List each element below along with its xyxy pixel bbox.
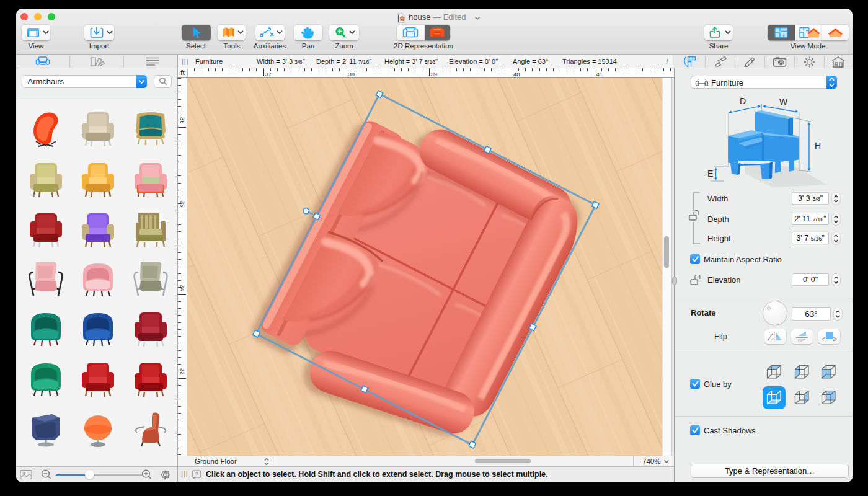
svg-text:E: E [707, 169, 713, 179]
svg-text:?: ? [195, 471, 198, 477]
svg-text:37: 37 [265, 71, 272, 78]
svg-text:41: 41 [596, 71, 603, 78]
svg-text:38: 38 [348, 71, 355, 78]
svg-text:40: 40 [513, 71, 520, 78]
svg-text:D: D [740, 97, 746, 106]
svg-text:W: W [779, 97, 788, 107]
svg-text:35: 35 [179, 201, 186, 208]
svg-text:39: 39 [431, 71, 438, 78]
svg-text:36: 36 [179, 117, 186, 124]
svg-text:34: 34 [179, 285, 186, 291]
svg-text:33: 33 [179, 368, 186, 375]
svg-text:H: H [815, 141, 821, 151]
